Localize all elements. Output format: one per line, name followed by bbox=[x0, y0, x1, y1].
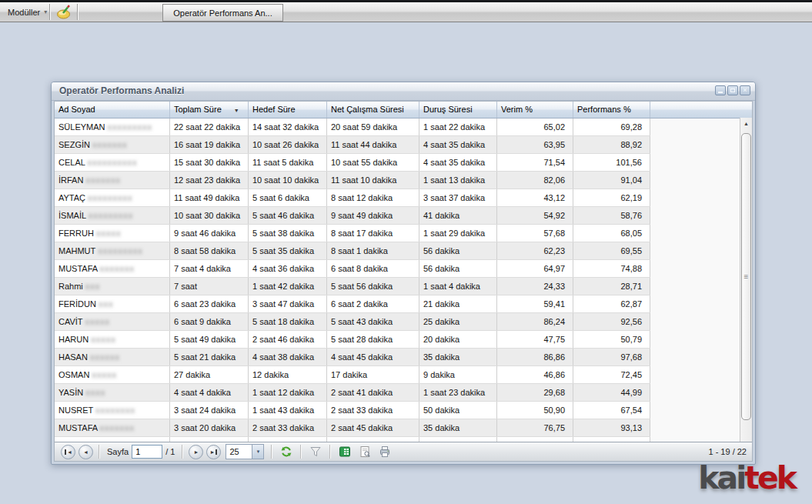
column-header-0[interactable]: Ad Soyad bbox=[55, 102, 170, 118]
table-row[interactable]: FERİDUN xxx6 saat 23 dakika3 saat 47 dak… bbox=[55, 295, 650, 313]
pager-separator bbox=[329, 445, 331, 459]
cell-verim: 50,90 bbox=[497, 402, 573, 419]
table-row[interactable]: YASİN xxxx4 saat 4 dakika1 saat 12 dakik… bbox=[55, 384, 650, 402]
minimize-icon bbox=[718, 92, 723, 93]
table-row[interactable]: İRFAN xxxxxxx12 saat 23 dakika10 saat 10… bbox=[55, 172, 650, 189]
minimize-button[interactable] bbox=[715, 85, 726, 95]
sort-desc-icon: ▼ bbox=[234, 108, 239, 113]
filter-button[interactable] bbox=[309, 445, 322, 459]
cell-hedef: 1 saat 12 dakika bbox=[249, 384, 327, 401]
table-row[interactable]: AYTAÇ xxxxxxxxx11 saat 49 dakika5 saat 6… bbox=[55, 189, 650, 207]
modules-menu-button[interactable]: Modüller ▾ bbox=[8, 2, 47, 22]
print-preview-button[interactable] bbox=[358, 445, 372, 459]
cell-performans: 62,87 bbox=[573, 295, 650, 312]
cell-performans: 97,68 bbox=[573, 349, 650, 365]
excel-icon bbox=[339, 446, 351, 458]
cell-performans: 50,79 bbox=[573, 331, 650, 348]
last-page-button[interactable]: ► bbox=[206, 445, 221, 459]
operator-performans-window: Operatör Performans Analizi × Ad SoyadTo… bbox=[51, 82, 756, 465]
cell-performans: 91,04 bbox=[573, 172, 650, 189]
cell-ad-soyad: FERRUH xxxxx bbox=[55, 225, 170, 242]
table-row[interactable]: HASAN xxxxxx5 saat 21 dakika4 saat 38 da… bbox=[55, 349, 650, 366]
table-row[interactable]: MUSTAFA xxxxxxx3 saat 20 dakika2 saat 33… bbox=[55, 419, 650, 437]
cell-toplam: 10 saat 30 dakika bbox=[170, 207, 249, 224]
column-header-5[interactable]: Verim % bbox=[497, 102, 573, 118]
toolbar-separator bbox=[49, 4, 51, 20]
previous-page-button[interactable]: ◄ bbox=[79, 445, 93, 459]
cell-ad-soyad: MUSTAFA xxxxxxx bbox=[55, 419, 170, 436]
next-page-button[interactable]: ► bbox=[189, 445, 203, 459]
close-button[interactable]: × bbox=[740, 85, 750, 95]
cell-net: 9 saat 49 dakika bbox=[327, 207, 419, 224]
cell-ad-soyad: SÜLEYMAN xxxxxxxxx bbox=[55, 118, 170, 135]
table-row[interactable]: OSMAN xxxxx27 dakika12 dakika17 dakika9 … bbox=[55, 366, 650, 384]
table-row[interactable]: CAVİT xxxxx6 saat 9 dakika5 saat 18 daki… bbox=[55, 313, 650, 331]
filter-icon bbox=[309, 446, 322, 458]
cell-verim: 29,68 bbox=[497, 384, 573, 401]
cell-verim: 63,95 bbox=[497, 136, 573, 153]
first-name: HASAN bbox=[58, 352, 90, 362]
cell-toplam: 12 saat 23 dakika bbox=[170, 172, 249, 189]
cell-durus: 1 saat 4 dakika bbox=[419, 278, 497, 295]
table-row[interactable]: SÜLEYMAN xxxxxxxxx22 saat 22 dakika14 sa… bbox=[55, 118, 650, 136]
export-excel-button[interactable] bbox=[338, 445, 352, 459]
cell-ad-soyad: İRFAN xxxxxxx bbox=[55, 172, 170, 189]
chevron-down-icon: ▾ bbox=[44, 8, 47, 15]
table-row[interactable]: NUSRET xxxxxxxx3 saat 24 dakika1 saat 43… bbox=[55, 402, 650, 419]
refresh-button[interactable] bbox=[279, 445, 293, 459]
cell-durus: 4 saat 35 dakika bbox=[419, 136, 497, 153]
cell-durus: 1 saat 29 dakika bbox=[419, 225, 497, 242]
cell-performans: 28,71 bbox=[573, 278, 650, 295]
cell-ad-soyad: MAHMUT xxxxxxxxx bbox=[55, 242, 170, 259]
page-size-select[interactable]: 25 ▼ bbox=[226, 444, 264, 459]
table-row[interactable]: SEZGİN xxxxxxx16 saat 19 dakika10 saat 2… bbox=[55, 136, 650, 154]
tab-label: Operatör Performans An... bbox=[173, 8, 272, 18]
table-row[interactable]: HARUN xxxxx5 saat 49 dakika2 saat 46 dak… bbox=[55, 331, 650, 349]
pager-separator bbox=[271, 445, 272, 459]
cell-performans: 101,56 bbox=[573, 154, 650, 171]
note-edit-icon[interactable] bbox=[55, 4, 72, 21]
column-header-2[interactable]: Hedef Süre bbox=[249, 102, 327, 118]
print-button[interactable] bbox=[378, 445, 392, 459]
table-row[interactable]: İSMAİL xxxxxxxxx10 saat 30 dakika5 saat … bbox=[55, 207, 650, 225]
pager-toolbar: ◄ ◄ Sayfa / 1 ► ► 25 ▼ bbox=[55, 442, 752, 461]
refresh-icon bbox=[280, 446, 292, 458]
cell-toplam: 4 saat 4 dakika bbox=[170, 384, 249, 401]
column-header-6[interactable]: Performans % bbox=[573, 102, 650, 118]
tab-operator-performans[interactable]: Operatör Performans An... bbox=[162, 4, 283, 22]
cell-hedef: 14 saat 32 dakika bbox=[249, 118, 327, 135]
table-row[interactable]: CELAL xxxxxxxxxx15 saat 30 dakika11 saat… bbox=[55, 154, 650, 172]
table-row[interactable]: Rahmi xxx7 saat1 saat 42 dakika5 saat 56… bbox=[55, 278, 650, 295]
cell-ad-soyad: HARUN xxxxx bbox=[55, 331, 170, 348]
maximize-button[interactable] bbox=[727, 85, 738, 95]
previous-page-icon: ◄ bbox=[83, 449, 89, 455]
cell-ad-soyad: NUSRET xxxxxxxx bbox=[55, 402, 170, 419]
select-caret-icon: ▼ bbox=[252, 445, 263, 459]
table-row[interactable]: MUSTAFA xxxxxxx7 saat 4 dakika4 saat 36 … bbox=[55, 260, 650, 278]
column-header-label: Verim % bbox=[501, 105, 533, 114]
column-header-1[interactable]: Toplam Süre▼ bbox=[170, 102, 249, 118]
cell-verim: 86,86 bbox=[497, 349, 573, 365]
column-header-3[interactable]: Net Çalışma Süresi bbox=[327, 102, 419, 118]
next-page-icon: ► bbox=[193, 449, 199, 455]
vertical-scrollbar[interactable]: ▲ ≡ ▼ bbox=[740, 118, 752, 461]
cell-verim: 59,41 bbox=[497, 295, 573, 312]
table-row[interactable]: MAHMUT xxxxxxxxx8 saat 58 dakika5 saat 3… bbox=[55, 242, 650, 260]
cell-hedef: 5 saat 38 dakika bbox=[249, 225, 327, 242]
page-number-input[interactable] bbox=[132, 445, 162, 459]
first-page-button[interactable]: ◄ bbox=[61, 445, 75, 459]
table-row[interactable]: FERRUH xxxxx9 saat 46 dakika5 saat 38 da… bbox=[55, 225, 650, 242]
window-titlebar[interactable]: Operatör Performans Analizi × bbox=[52, 82, 755, 101]
cell-net: 5 saat 43 dakika bbox=[327, 313, 419, 330]
column-header-4[interactable]: Duruş Süresi bbox=[419, 102, 497, 118]
scrollbar-thumb[interactable]: ≡ bbox=[741, 133, 751, 420]
cell-net: 20 saat 59 dakika bbox=[327, 118, 419, 135]
cell-ad-soyad: FERİDUN xxx bbox=[55, 295, 170, 312]
cell-hedef: 2 saat 46 dakika bbox=[249, 331, 327, 348]
cell-hedef: 3 saat 47 dakika bbox=[249, 295, 327, 312]
kaitek-logo: kaitek bbox=[698, 459, 795, 496]
scroll-up-button[interactable]: ▲ bbox=[740, 118, 752, 129]
top-toolbar: Modüller ▾ Operatör Performans An... bbox=[0, 2, 812, 22]
cell-performans: 74,88 bbox=[573, 260, 650, 277]
cell-toplam: 16 saat 19 dakika bbox=[170, 136, 249, 153]
